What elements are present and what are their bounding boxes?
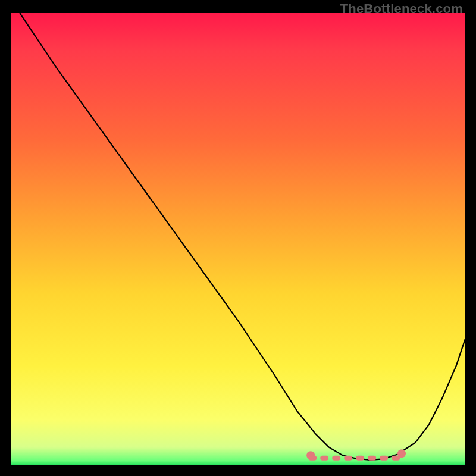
curve-svg xyxy=(11,13,465,465)
bottleneck-curve xyxy=(20,13,465,460)
plot-area xyxy=(11,13,465,465)
flat-region-end-marker xyxy=(397,449,406,458)
chart-frame: TheBottleneck.com xyxy=(0,0,476,476)
flat-region-start-marker xyxy=(306,451,315,459)
